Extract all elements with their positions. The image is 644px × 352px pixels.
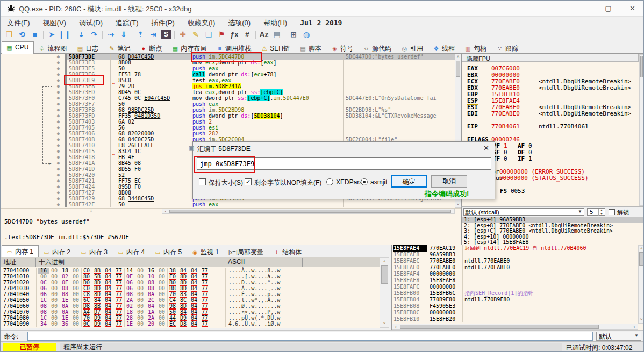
stack-row[interactable]: 15E8FB08F45905E3 xyxy=(392,303,644,310)
stepper-arrows-icon[interactable]: ▲▼ xyxy=(598,209,604,216)
menu-item-文件(F)[interactable]: 文件(F) xyxy=(1,17,37,30)
breakpoint-dot-icon[interactable]: ● xyxy=(52,107,65,113)
disasm-row[interactable]: ●5D8F73F0C745 0C E047C45Dmov dword ptr s… xyxy=(1,95,455,101)
stop-icon[interactable]: ■ xyxy=(28,28,41,40)
arguments-list[interactable]: 1: [esp+4] 96A59BB32: [esp+8] 770EABE0 <… xyxy=(461,217,644,245)
stack-row[interactable]: 15E8FAF400000000 xyxy=(392,271,644,277)
view-tab-句柄[interactable]: ▥句柄 xyxy=(460,42,492,54)
minimize-button[interactable]: — xyxy=(572,1,596,16)
unlock-checkbox[interactable]: 解锁 xyxy=(609,209,629,217)
bottom-tab-内存 3[interactable]: ▭内存 3 xyxy=(76,246,113,257)
hide-fpu-button[interactable]: 隐藏FPU xyxy=(462,54,639,62)
breakpoint-dot-icon[interactable]: ● xyxy=(52,137,65,142)
view-tab-引用[interactable]: ◎引用 xyxy=(397,42,428,54)
stack-row[interactable]: 15E8FAFC00000000 xyxy=(392,284,644,290)
scroll-up-icon[interactable]: ˄ xyxy=(380,259,389,264)
stack-row[interactable]: 15E8FB0015E8FB6C指向SEH_Record[1]的指针 xyxy=(392,290,644,297)
menu-item-收藏夹(I)[interactable]: 收藏夹(I) xyxy=(181,17,221,30)
registers-vscrollbar[interactable] xyxy=(639,54,644,206)
dump-row[interactable]: 7704101000000200805B04770E001000E08D0477… xyxy=(1,274,380,279)
memory-dump-panel[interactable]: 地址 十六进制 ASCII 7704100016001800C08B047714… xyxy=(1,257,389,328)
bottom-tab-内存 5[interactable]: ▭内存 5 xyxy=(150,246,187,257)
view-tab-符号[interactable]: ◈符号 xyxy=(327,42,359,54)
breakpoint-dot-icon[interactable]: ● xyxy=(52,125,65,131)
breakpoint-dot-icon[interactable]: ● xyxy=(52,154,65,160)
disasm-row[interactable]: ●5D8F73DE68 D047C45Dpush im.5DC447D05DC4… xyxy=(1,54,455,60)
breakpoint-dot-icon[interactable]: ● xyxy=(52,60,65,66)
register-row[interactable]: EBP15E8FB10 xyxy=(462,91,639,98)
nop-fill-label[interactable]: 剩余字节以NOP填充(F) xyxy=(254,178,321,188)
view-tab-笔记[interactable]: ✎笔记 xyxy=(104,42,135,54)
scroll-right-icon[interactable]: › xyxy=(632,325,637,330)
stack-vscrollbar[interactable]: ˄ ˅ xyxy=(638,245,644,324)
breakpoint-dot-icon[interactable]: ● xyxy=(52,202,65,207)
scroll-down-icon[interactable]: ˅ xyxy=(455,202,461,207)
breakpoint-dot-icon[interactable]: ● xyxy=(52,71,65,77)
dump-header-hex[interactable]: 十六进制 xyxy=(36,258,225,267)
stack-row[interactable]: 15E8FAE4770EAC19返回到 ntdll.770EAC19 自 ntd… xyxy=(392,245,644,252)
view-tab-线程[interactable]: ❖线程 xyxy=(428,42,460,54)
scylla-icon[interactable]: S xyxy=(161,30,171,39)
breakpoint-dot-icon[interactable]: ● xyxy=(52,54,65,60)
breakpoint-dot-icon[interactable]: ● xyxy=(52,196,65,202)
restart-icon[interactable]: ⟲ xyxy=(16,28,28,40)
step-into-icon[interactable]: ⇣ xyxy=(75,28,88,40)
assemble-instruction-input[interactable] xyxy=(197,157,491,170)
disasm-row[interactable]: ●5D8F742E50push eax xyxy=(1,202,455,207)
dump-row[interactable]: 770410801C001E0070D9047728002A0044D90477… xyxy=(1,315,380,321)
cancel-button[interactable]: 取消 xyxy=(431,175,467,188)
view-tab-调用堆栈[interactable]: ≡调用堆栈 xyxy=(212,42,256,54)
dialog-close-icon[interactable]: ✕ xyxy=(483,144,489,152)
view-tab-CPU[interactable]: ▦CPU xyxy=(2,41,34,54)
breakpoint-dot-icon[interactable]: ● xyxy=(52,89,65,95)
maximize-button[interactable]: ▢ xyxy=(596,1,620,16)
breakpoint-dot-icon[interactable]: ● xyxy=(52,101,65,107)
menu-item-调试(D)[interactable]: 调试(D) xyxy=(73,17,109,30)
breakpoint-dot-icon[interactable]: ● xyxy=(52,190,65,196)
stack-row[interactable]: 15E8FAF0770EABE0ntdll.770EABE0 xyxy=(392,264,644,271)
dump-row[interactable]: 7704103006000800C08D047706000800B88D0477… xyxy=(1,285,380,291)
stack-row[interactable]: 15E8FB04770B9F80ntdll.770B9F80 xyxy=(392,297,644,303)
stack-hscrollbar[interactable]: ‹ › xyxy=(392,324,638,330)
breakpoint-dot-icon[interactable]: ● xyxy=(52,83,65,89)
dump-row[interactable]: 7704106008000A00D88B047702000400988D0477… xyxy=(1,303,380,309)
dump-header-ascii[interactable]: ASCII xyxy=(225,258,303,267)
disasm-row[interactable]: ●5D8F73E985C0test eax,eax xyxy=(1,77,455,83)
open-file-icon[interactable]: ❐ xyxy=(3,28,16,40)
disasm-hscrollbar[interactable]: ‹ xyxy=(162,209,455,214)
stack-row[interactable]: 15E8FB1015E8FB20 xyxy=(392,316,644,322)
breakpoint-dot-icon[interactable]: ● xyxy=(52,131,65,137)
breakpoint-dot-icon[interactable]: ● xyxy=(52,184,65,190)
breakpoint-dot-icon[interactable]: ● xyxy=(52,77,65,83)
menu-item-插件(P)[interactable]: 插件(P) xyxy=(145,17,181,30)
dump-header-address[interactable]: 地址 xyxy=(1,258,36,267)
stack-row[interactable]: 15E8FB0C00000000 xyxy=(392,310,644,316)
label-icon[interactable]: ❏ xyxy=(202,28,215,40)
arg-count-stepper[interactable]: 5 ▲▼ xyxy=(587,208,605,216)
register-value[interactable]: 770B4061 xyxy=(491,124,520,130)
keep-size-checkbox[interactable] xyxy=(199,178,206,185)
calculator-icon[interactable]: ⊞ xyxy=(287,28,300,40)
disasm-row[interactable]: ●5D8F740556push esi xyxy=(1,125,455,131)
step-over-icon[interactable]: ↷ xyxy=(88,28,101,40)
hash-icon[interactable]: # xyxy=(241,28,254,40)
argument-row[interactable]: 5: [esp+14] 15E8FAE8 xyxy=(462,240,644,245)
disasm-row[interactable]: ●5D8F73E550push eax xyxy=(1,66,455,71)
breakpoint-dot-icon[interactable]: ● xyxy=(52,66,65,71)
execute-till-return-icon[interactable]: ⇓ xyxy=(117,28,130,40)
breakpoint-dot-icon[interactable]: ● xyxy=(52,178,65,184)
comment-icon[interactable]: ✎ xyxy=(189,28,202,40)
view-tab-跟踪[interactable]: ∵跟踪 xyxy=(492,42,524,54)
argument-row[interactable]: 3: [esp+C] 770EABE0 <ntdll.DbgUiRemoteBr… xyxy=(462,228,644,234)
bookmark-icon[interactable]: ⚑ xyxy=(215,28,228,40)
breakpoint-dot-icon[interactable]: ● xyxy=(52,113,65,119)
close-button[interactable]: ✕ xyxy=(620,1,644,16)
view-tab-内存布局[interactable]: ▦内存布局 xyxy=(167,42,212,54)
dump-row[interactable]: 7704100016001800C08B04771400160038840477… xyxy=(1,268,380,274)
register-row[interactable]: EDX770EABE0<ntdll.DbgUiRemoteBreakin> xyxy=(462,85,639,91)
disasm-row[interactable]: ●5D8F73EBˇ79 2Djns im.5D8F741A xyxy=(1,83,455,89)
phone-icon[interactable]: ▤ xyxy=(270,28,283,40)
breakpoint-dot-icon[interactable]: ● xyxy=(52,166,65,172)
view-tab-源代码[interactable]: ‹›源代码 xyxy=(359,42,397,54)
disasm-row[interactable]: ●5D8F73ED8D45 0Clea eax,dword ptr ss:[eb… xyxy=(1,89,455,95)
